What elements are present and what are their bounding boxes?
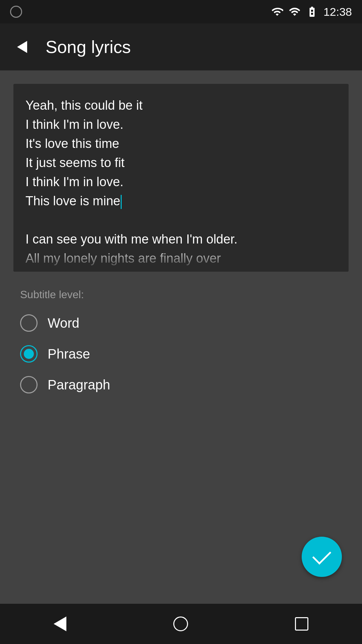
lyrics-text: Yeah, this could be it I think I'm in lo… — [25, 96, 337, 268]
radio-label-word: Word — [48, 316, 79, 331]
radio-option-paragraph[interactable]: Paragraph — [20, 373, 342, 397]
back-button[interactable] — [12, 37, 32, 57]
subtitle-radio-group: Word Phrase Paragraph — [20, 311, 342, 397]
subtitle-section: Subtitle level: Word Phrase Paragraph — [13, 288, 349, 397]
confirm-fab-button[interactable] — [302, 537, 342, 577]
page-title: Song lyrics — [46, 37, 131, 57]
radio-circle-word — [20, 314, 38, 332]
nav-recent-button[interactable] — [295, 617, 308, 631]
battery-icon — [306, 6, 318, 18]
time-display: 12:38 — [323, 5, 352, 18]
wifi-icon — [271, 6, 283, 18]
signal-icon — [289, 6, 301, 18]
radio-label-phrase: Phrase — [48, 346, 90, 362]
lyrics-fade-overlay — [13, 245, 349, 272]
radio-option-word[interactable]: Word — [20, 311, 342, 335]
notification-indicator — [10, 6, 22, 18]
lyrics-textarea[interactable]: Yeah, this could be it I think I'm in lo… — [13, 84, 349, 272]
checkmark-icon — [312, 546, 331, 565]
navigation-bar — [0, 604, 362, 644]
status-bar-right: 12:38 — [271, 5, 352, 18]
content-area: Yeah, this could be it I think I'm in lo… — [0, 70, 362, 397]
text-cursor — [121, 195, 122, 209]
radio-selected-dot — [24, 349, 34, 359]
radio-circle-paragraph — [20, 376, 38, 393]
back-arrow-icon — [17, 41, 27, 53]
radio-label-paragraph: Paragraph — [48, 377, 110, 392]
radio-option-phrase[interactable]: Phrase — [20, 342, 342, 366]
subtitle-level-label: Subtitle level: — [20, 288, 342, 301]
radio-circle-phrase — [20, 345, 38, 363]
nav-home-button[interactable] — [173, 616, 188, 631]
app-bar: Song lyrics — [0, 23, 362, 70]
status-bar-left — [10, 6, 22, 18]
nav-back-button[interactable] — [54, 616, 66, 631]
status-bar: 12:38 — [0, 0, 362, 23]
